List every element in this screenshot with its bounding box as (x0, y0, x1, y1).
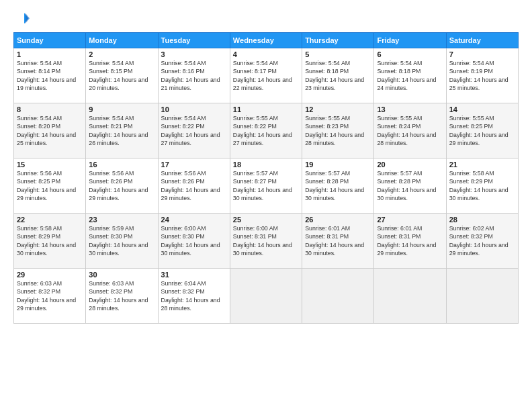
sunset-label: Sunset: 8:18 PM (377, 68, 420, 75)
calendar-cell: 16 Sunrise: 5:56 AM Sunset: 8:26 PM Dayl… (86, 158, 158, 214)
sunrise-label: Sunrise: 5:58 AM (17, 225, 62, 232)
sunrise-label: Sunrise: 5:55 AM (233, 115, 278, 122)
sunset-label: Sunset: 8:20 PM (17, 123, 60, 130)
sunrise-label: Sunrise: 5:54 AM (17, 115, 62, 122)
day-info: Sunrise: 5:54 AM Sunset: 8:19 PM Dayligh… (449, 59, 515, 92)
sunset-label: Sunset: 8:28 PM (377, 178, 420, 185)
sunrise-label: Sunrise: 5:57 AM (233, 170, 278, 177)
sunrise-label: Sunrise: 5:56 AM (17, 170, 62, 177)
day-number: 7 (449, 50, 515, 58)
sunrise-label: Sunrise: 6:03 AM (17, 280, 62, 287)
day-info: Sunrise: 6:01 AM Sunset: 8:31 PM Dayligh… (377, 224, 443, 257)
calendar-header-friday: Friday (374, 33, 446, 48)
day-info: Sunrise: 6:01 AM Sunset: 8:31 PM Dayligh… (305, 224, 371, 257)
calendar-cell: 2 Sunrise: 5:54 AM Sunset: 8:15 PM Dayli… (86, 48, 158, 103)
calendar-cell: 26 Sunrise: 6:01 AM Sunset: 8:31 PM Dayl… (302, 214, 374, 269)
sunrise-label: Sunrise: 6:02 AM (449, 225, 494, 232)
daylight-label: Daylight: 14 hours and 28 minutes. (161, 297, 220, 312)
day-number: 17 (161, 161, 227, 169)
day-info: Sunrise: 5:54 AM Sunset: 8:20 PM Dayligh… (17, 114, 83, 147)
day-info: Sunrise: 5:55 AM Sunset: 8:25 PM Dayligh… (449, 114, 515, 147)
calendar-cell: 30 Sunrise: 6:03 AM Sunset: 8:32 PM Dayl… (86, 269, 158, 324)
sunset-label: Sunset: 8:29 PM (17, 233, 60, 240)
day-info: Sunrise: 5:54 AM Sunset: 8:21 PM Dayligh… (89, 114, 154, 147)
sunrise-label: Sunrise: 5:54 AM (161, 115, 206, 122)
daylight-label: Daylight: 14 hours and 22 minutes. (233, 77, 292, 91)
day-number: 10 (161, 105, 227, 113)
sunrise-label: Sunrise: 5:54 AM (89, 115, 134, 122)
day-number: 4 (233, 50, 299, 58)
calendar-cell: 15 Sunrise: 5:56 AM Sunset: 8:25 PM Dayl… (14, 158, 86, 214)
calendar-cell: 9 Sunrise: 5:54 AM Sunset: 8:21 PM Dayli… (86, 103, 158, 158)
calendar-cell (446, 269, 518, 324)
daylight-label: Daylight: 14 hours and 19 minutes. (17, 77, 76, 91)
day-info: Sunrise: 6:04 AM Sunset: 8:32 PM Dayligh… (161, 279, 227, 312)
logo (13, 11, 32, 27)
calendar-cell: 25 Sunrise: 6:00 AM Sunset: 8:31 PM Dayl… (230, 214, 302, 269)
calendar-cell: 12 Sunrise: 5:55 AM Sunset: 8:23 PM Dayl… (302, 103, 374, 158)
sunrise-label: Sunrise: 5:54 AM (89, 60, 134, 66)
calendar-cell: 31 Sunrise: 6:04 AM Sunset: 8:32 PM Dayl… (158, 269, 230, 324)
calendar-cell: 17 Sunrise: 5:56 AM Sunset: 8:26 PM Dayl… (158, 158, 230, 214)
sunset-label: Sunset: 8:31 PM (305, 233, 349, 240)
day-info: Sunrise: 5:55 AM Sunset: 8:24 PM Dayligh… (377, 114, 443, 147)
calendar-header-monday: Monday (86, 33, 158, 48)
sunrise-label: Sunrise: 5:54 AM (161, 60, 206, 66)
sunset-label: Sunset: 8:27 PM (233, 178, 277, 185)
day-number: 20 (377, 161, 443, 169)
day-number: 6 (377, 50, 443, 58)
sunrise-label: Sunrise: 5:59 AM (89, 225, 134, 232)
day-number: 30 (89, 271, 154, 279)
daylight-label: Daylight: 14 hours and 30 minutes. (89, 242, 148, 257)
sunset-label: Sunset: 8:26 PM (89, 178, 132, 185)
calendar-header-sunday: Sunday (14, 33, 86, 48)
calendar-cell: 28 Sunrise: 6:02 AM Sunset: 8:32 PM Dayl… (446, 214, 518, 269)
sunrise-label: Sunrise: 6:00 AM (161, 225, 206, 232)
calendar-week-1: 1 Sunrise: 5:54 AM Sunset: 8:14 PM Dayli… (14, 48, 519, 103)
day-info: Sunrise: 6:00 AM Sunset: 8:31 PM Dayligh… (233, 224, 299, 257)
sunrise-label: Sunrise: 5:55 AM (377, 115, 422, 122)
sunset-label: Sunset: 8:22 PM (161, 123, 205, 130)
sunrise-label: Sunrise: 5:58 AM (449, 170, 494, 177)
day-number: 2 (89, 50, 154, 58)
daylight-label: Daylight: 14 hours and 24 minutes. (377, 77, 436, 91)
calendar-cell: 1 Sunrise: 5:54 AM Sunset: 8:14 PM Dayli… (14, 48, 86, 103)
sunrise-label: Sunrise: 6:03 AM (89, 280, 134, 287)
sunset-label: Sunset: 8:16 PM (161, 68, 205, 75)
calendar-cell: 20 Sunrise: 5:57 AM Sunset: 8:28 PM Dayl… (374, 158, 446, 214)
daylight-label: Daylight: 14 hours and 30 minutes. (449, 187, 508, 201)
calendar-header-thursday: Thursday (302, 33, 374, 48)
day-number: 11 (233, 105, 299, 113)
daylight-label: Daylight: 14 hours and 29 minutes. (449, 242, 508, 257)
calendar-week-5: 29 Sunrise: 6:03 AM Sunset: 8:32 PM Dayl… (14, 269, 519, 324)
daylight-label: Daylight: 14 hours and 30 minutes. (17, 242, 76, 257)
daylight-label: Daylight: 14 hours and 26 minutes. (89, 132, 148, 146)
daylight-label: Daylight: 14 hours and 29 minutes. (17, 297, 76, 312)
calendar-cell: 14 Sunrise: 5:55 AM Sunset: 8:25 PM Dayl… (446, 103, 518, 158)
day-number: 13 (377, 105, 443, 113)
day-info: Sunrise: 6:03 AM Sunset: 8:32 PM Dayligh… (17, 279, 83, 312)
sunset-label: Sunset: 8:31 PM (377, 233, 420, 240)
logo-icon (13, 11, 30, 27)
day-number: 23 (89, 216, 154, 224)
day-number: 31 (161, 271, 227, 279)
daylight-label: Daylight: 14 hours and 23 minutes. (305, 77, 364, 91)
calendar-cell: 11 Sunrise: 5:55 AM Sunset: 8:22 PM Dayl… (230, 103, 302, 158)
day-info: Sunrise: 5:57 AM Sunset: 8:28 PM Dayligh… (305, 169, 371, 202)
sunset-label: Sunset: 8:32 PM (89, 288, 132, 295)
day-number: 3 (161, 50, 227, 58)
daylight-label: Daylight: 14 hours and 30 minutes. (305, 242, 364, 257)
calendar-table: SundayMondayTuesdayWednesdayThursdayFrid… (13, 32, 519, 324)
daylight-label: Daylight: 14 hours and 25 minutes. (449, 77, 508, 91)
day-number: 26 (305, 216, 371, 224)
sunrise-label: Sunrise: 5:57 AM (377, 170, 422, 177)
daylight-label: Daylight: 14 hours and 27 minutes. (161, 132, 220, 146)
day-number: 16 (89, 161, 154, 169)
calendar-cell: 18 Sunrise: 5:57 AM Sunset: 8:27 PM Dayl… (230, 158, 302, 214)
day-number: 28 (449, 216, 515, 224)
day-number: 27 (377, 216, 443, 224)
sunset-label: Sunset: 8:22 PM (233, 123, 277, 130)
sunset-label: Sunset: 8:32 PM (17, 288, 60, 295)
day-info: Sunrise: 5:55 AM Sunset: 8:23 PM Dayligh… (305, 114, 371, 147)
calendar-header-saturday: Saturday (446, 33, 518, 48)
